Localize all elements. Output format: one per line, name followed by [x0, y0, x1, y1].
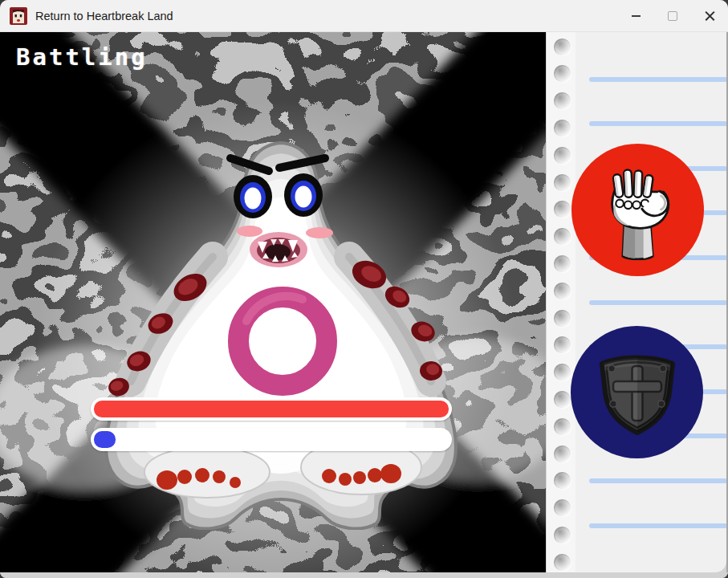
minimize-icon	[632, 15, 641, 17]
window-bottom-edge	[0, 572, 728, 578]
close-button[interactable]	[691, 0, 728, 32]
minimize-button[interactable]	[617, 0, 654, 32]
binder-hole	[554, 255, 571, 272]
battle-status-label: Battling	[16, 43, 148, 71]
shield-icon	[589, 344, 685, 441]
binder-hole-strip	[547, 32, 575, 572]
binder-hole	[554, 174, 571, 191]
titlebar: Return to Heartbreak Land	[0, 0, 728, 32]
binder-hole	[554, 391, 571, 408]
game-window: Return to Heartbreak Land	[0, 0, 728, 578]
enemy-creature	[92, 136, 470, 530]
binder-hole	[554, 39, 571, 55]
close-icon	[705, 10, 715, 21]
player-gauge-fill	[94, 431, 116, 448]
ruled-line	[589, 523, 726, 528]
binder-hole	[554, 364, 571, 381]
fist-icon	[591, 161, 685, 260]
enemy-hp-fill	[94, 401, 449, 417]
binder-hole	[554, 92, 571, 109]
binder-hole	[554, 283, 571, 299]
window-title: Return to Heartbreak Land	[35, 10, 173, 22]
binder-hole	[554, 147, 571, 164]
binder-hole	[554, 310, 571, 327]
app-icon	[10, 7, 27, 25]
enemy-mouth	[250, 232, 307, 267]
binder-hole	[554, 120, 571, 136]
binder-hole	[554, 228, 571, 245]
defend-button[interactable]	[571, 326, 703, 458]
binder-hole	[554, 499, 571, 516]
ruled-line	[589, 478, 726, 483]
maximize-button[interactable]	[654, 0, 691, 32]
binder-hole	[554, 554, 571, 571]
player-gauge-bar	[91, 428, 452, 451]
maximize-icon	[668, 11, 677, 21]
attack-button[interactable]	[571, 144, 704, 276]
window-body: Battling	[0, 32, 728, 572]
binder-hole	[554, 446, 571, 462]
binder-hole	[554, 418, 571, 435]
action-panel	[546, 32, 726, 572]
binder-hole	[554, 527, 571, 543]
ruled-line	[589, 300, 726, 305]
battle-scene: Battling	[0, 32, 546, 572]
enemy-hp-bar	[91, 397, 452, 421]
ruled-line	[589, 121, 726, 126]
ruled-line	[589, 77, 726, 82]
